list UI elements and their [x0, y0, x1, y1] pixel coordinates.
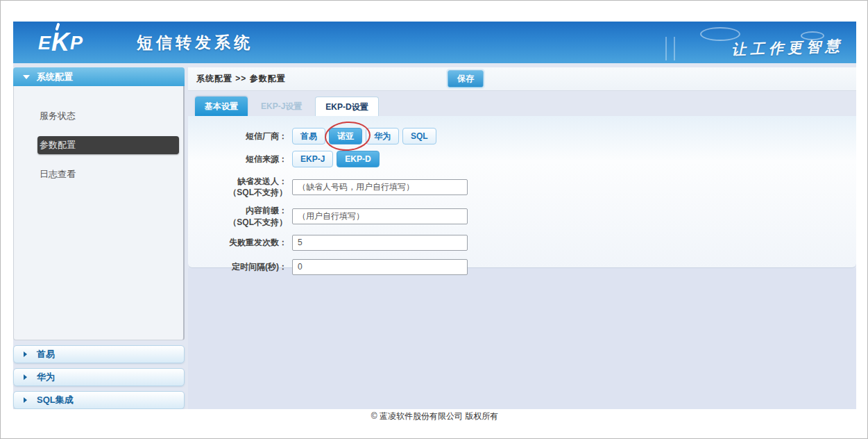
source-option-ekp-j[interactable]: EKP-J	[292, 151, 333, 167]
source-label: 短信来源：	[188, 154, 292, 165]
vendor-label: 短信厂商：	[188, 131, 292, 142]
chevron-right-icon	[24, 397, 27, 403]
timer-interval-input[interactable]	[292, 259, 468, 275]
app-title: 短信转发系统	[137, 32, 253, 53]
app-window: EKP 短信转发系统 让工作更智慧 系统配置 服务状态 参数配置	[13, 22, 856, 423]
sidebar-item-service-status[interactable]: 服务状态	[14, 106, 183, 126]
source-button-group: EKP-J EKP-D	[292, 151, 380, 167]
form-row-source: 短信来源： EKP-J EKP-D	[188, 151, 856, 167]
app-body: 系统配置 服务状态 参数配置 日志查看 首易 华为 SQL集成	[13, 63, 856, 409]
source-option-ekp-d[interactable]: EKP-D	[337, 151, 379, 167]
sidebar: 系统配置 服务状态 参数配置 日志查看 首易 华为 SQL集成	[13, 67, 185, 409]
copyright-text: © 蓝凌软件股份有限公司 版权所有	[371, 411, 499, 422]
slogan-calligraphy: 让工作更智慧	[731, 36, 844, 60]
vendor-option-sql[interactable]: SQL	[402, 128, 436, 144]
vendor-option-huawei[interactable]: 华为	[366, 128, 399, 144]
content-prefix-label: 内容前缀： （SQL不支持）	[188, 205, 292, 227]
field-label-line1: 内容前缀：	[188, 205, 287, 216]
retry-count-input[interactable]	[292, 235, 468, 251]
breadcrumb: 系统配置 >> 参数配置	[196, 73, 286, 85]
save-button[interactable]: 保存	[448, 70, 484, 88]
cloud-icon	[700, 27, 740, 41]
sidebar-accordion-sql[interactable]: SQL集成	[13, 391, 185, 409]
header-decoration: 让工作更智慧	[627, 22, 856, 63]
chevron-down-icon	[23, 75, 30, 79]
settings-form-panel: 短信厂商： 首易 诺亚 华为 SQL 短信来源： EKP-J	[188, 116, 856, 268]
accordion-label: 华为	[37, 371, 55, 383]
sidebar-menu-panel: 服务状态 参数配置 日志查看	[13, 86, 185, 340]
content-prefix-input[interactable]	[292, 208, 468, 224]
chevron-right-icon	[24, 374, 27, 380]
logo-letter-p: P	[70, 33, 83, 53]
vendor-option-nuoya[interactable]: 诺亚	[329, 128, 362, 144]
ekp-logo: EKP	[38, 26, 83, 56]
tab-basic-settings[interactable]: 基本设置	[195, 97, 248, 116]
vendor-option-shouyi[interactable]: 首易	[292, 128, 325, 144]
tab-bar: 基本设置 EKP-J设置 EKP-D设置	[188, 91, 856, 116]
form-row-default-sender: 缺省发送人： （SQL不支持）	[188, 176, 856, 198]
app-header: EKP 短信转发系统 让工作更智慧	[13, 22, 856, 63]
breadcrumb-bar: 系统配置 >> 参数配置 保存	[188, 67, 856, 91]
logo-letter-k: K	[51, 28, 70, 56]
vendor-button-group: 首易 诺亚 华为 SQL	[292, 128, 436, 144]
default-sender-label: 缺省发送人： （SQL不支持）	[188, 176, 292, 198]
screenshot-stage: EKP 短信转发系统 让工作更智慧 系统配置 服务状态 参数配置	[0, 0, 868, 439]
page-footer: © 蓝凌软件股份有限公司 版权所有	[13, 409, 856, 423]
timer-interval-label: 定时间隔(秒)：	[188, 261, 292, 272]
form-row-retry-count: 失败重发次数：	[188, 235, 856, 251]
form-row-timer-interval: 定时间隔(秒)：	[188, 259, 856, 275]
logo-letter-e: E	[38, 33, 51, 53]
main-content: 系统配置 >> 参数配置 保存 基本设置 EKP-J设置 EKP-D设置 短信厂…	[188, 67, 856, 409]
form-row-content-prefix: 内容前缀： （SQL不支持）	[188, 205, 856, 227]
form-row-vendor: 短信厂商： 首易 诺亚 华为 SQL	[188, 128, 856, 144]
field-label-line2: （SQL不支持）	[188, 217, 287, 228]
sidebar-accordion-huawei[interactable]: 华为	[13, 368, 185, 386]
sidebar-item-parameter-config[interactable]: 参数配置	[37, 136, 179, 154]
accordion-label: 首易	[37, 348, 55, 361]
content-background	[188, 268, 856, 409]
sidebar-section-system-config[interactable]: 系统配置	[13, 67, 185, 86]
chevron-right-icon	[24, 351, 27, 357]
tab-ekp-d-settings[interactable]: EKP-D设置	[315, 97, 378, 116]
field-label-line1: 缺省发送人：	[188, 176, 287, 187]
sidebar-section-label: 系统配置	[37, 71, 73, 83]
field-label-line2: （SQL不支持）	[188, 187, 287, 198]
sidebar-item-log-view[interactable]: 日志查看	[14, 164, 183, 185]
tab-ekp-j-settings: EKP-J设置	[251, 97, 312, 116]
retry-count-label: 失败重发次数：	[188, 237, 292, 248]
building-icon	[665, 37, 675, 60]
default-sender-input[interactable]	[292, 179, 468, 195]
accordion-label: SQL集成	[37, 394, 74, 406]
sidebar-accordion-shouyi[interactable]: 首易	[13, 345, 185, 363]
